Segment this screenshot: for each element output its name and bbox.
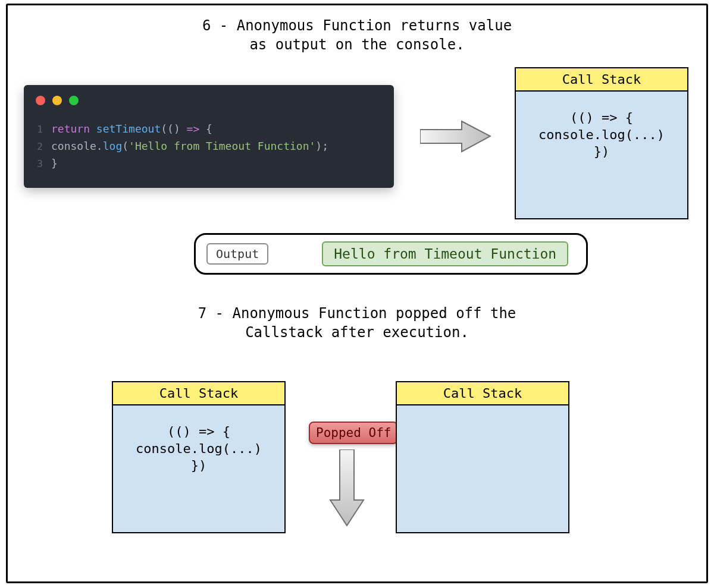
svg-marker-1 (330, 449, 364, 526)
step6-title: 6 - Anonymous Function returns value as … (8, 16, 706, 55)
call-stack-entry: (() => { console.log(...) }) (516, 92, 687, 218)
code-lines: 1return setTimeout(() => {2 console.log(… (27, 121, 328, 172)
line-number: 1 (27, 122, 43, 137)
window-traffic-lights (36, 96, 79, 105)
call-stack-header: Call Stack (113, 382, 284, 405)
code-content: } (51, 155, 58, 172)
minimize-icon (52, 96, 62, 105)
call-stack-header: Call Stack (397, 382, 568, 405)
code-line: 1return setTimeout(() => { (27, 121, 328, 138)
code-content: return setTimeout(() => { (51, 121, 212, 138)
maximize-icon (69, 96, 79, 105)
code-line: 2 console.log('Hello from Timeout Functi… (27, 138, 328, 155)
code-line: 3 } (27, 155, 328, 172)
step7-title: 7 - Anonymous Function popped off the Ca… (8, 304, 706, 342)
line-number: 2 (27, 139, 43, 155)
arrow-down-icon (329, 449, 365, 527)
output-bar: Output Hello from Timeout Function (194, 233, 588, 275)
arrow-right-icon (420, 120, 491, 153)
call-stack-empty (397, 405, 568, 532)
output-value: Hello from Timeout Function (322, 241, 568, 266)
call-stack-box-3-empty: Call Stack (396, 381, 569, 533)
line-number: 3 (27, 156, 43, 172)
diagram-frame: 6 - Anonymous Function returns value as … (6, 4, 708, 583)
code-editor: 1return setTimeout(() => {2 console.log(… (24, 85, 394, 188)
popped-off-badge: Popped Off (309, 422, 398, 444)
call-stack-entry: (() => { console.log(...) }) (113, 405, 284, 532)
output-label: Output (206, 243, 268, 265)
call-stack-box-1: Call Stack (() => { console.log(...) }) (515, 67, 688, 219)
call-stack-header: Call Stack (516, 68, 687, 92)
svg-marker-0 (420, 121, 490, 152)
call-stack-box-2: Call Stack (() => { console.log(...) }) (112, 381, 286, 533)
close-icon (36, 96, 45, 105)
code-content: console.log('Hello from Timeout Function… (51, 138, 328, 155)
